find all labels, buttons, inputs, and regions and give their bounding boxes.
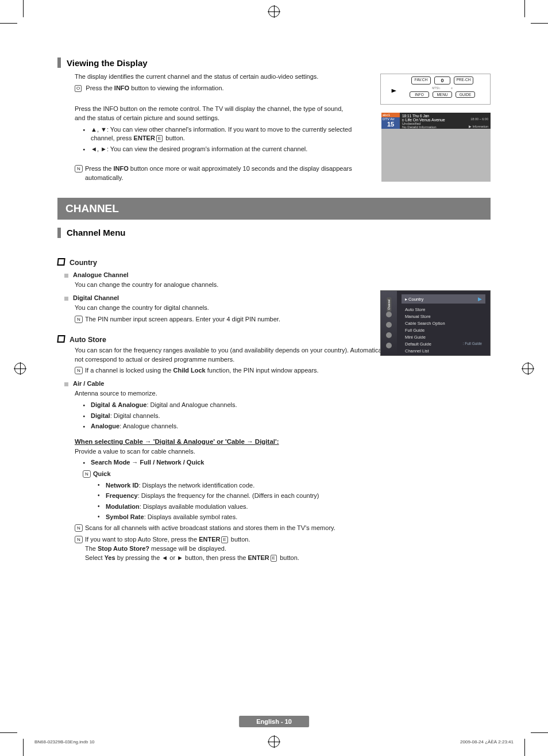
osd-corner-label: ▶ Information [469,125,488,128]
remote-button-icon: O [75,85,82,92]
remote-menu-button: MENU [433,91,452,98]
sub-item-row: Analogue Channel [64,271,491,278]
note-icon: N [75,367,83,374]
footer-timestamp: 2009-08-24 ¿ÀÈÄ 2:23:41 [460,739,514,745]
crop-mark [23,739,24,756]
note-text: Press the INFO button once more or wait … [85,164,362,183]
note-icon: N [75,536,83,543]
registration-mark-icon [522,363,534,374]
chevron-right-icon: ▶ [478,296,482,302]
section-heading: Viewing the Display [67,58,148,68]
note-text: Scans for all channels with active broad… [85,524,491,533]
option-list: Search Mode → Full / Network / Quick [83,458,491,467]
option-item: Analogue: Analogue channels. [83,422,491,431]
enter-icon: E [271,555,277,562]
enter-icon: E [156,135,163,142]
sub-item-label: Digital Channel [73,294,119,301]
osd-menu-item: Cable Search Option [402,320,485,327]
note-icon: N [75,524,83,532]
pointer-arrow-icon [384,88,397,94]
osd-menu-item: Channel List [402,347,485,354]
press-info-text: Press the INFO button to viewing the inf… [86,85,223,91]
footer-filename: BN68-02329B-03Eng.indb 10 [34,739,95,745]
note-text: If you want to stop Auto Store, press th… [85,535,491,563]
heading-bar-icon [57,57,61,68]
crop-mark [524,0,525,17]
osd-menu-item: Full Guide [402,327,485,333]
bullet-list: ▲, ▼: You can view other channel's infor… [83,125,353,153]
osd-side-icon [386,343,392,348]
subsection-heading: Country [57,258,491,267]
osd-menu-item: Manual Store [402,313,485,320]
sub-item-text: Antenna source to memorize. [75,389,491,398]
heading-bar-icon [57,228,61,238]
osd-menu-header-label: Country [408,297,423,302]
note-icon: N [75,165,83,172]
remote-favch-button: FAV.CH [411,76,431,85]
quick-list: Network ID: Displays the network identif… [98,481,491,522]
hollow-square-icon [57,258,65,266]
crop-mark [23,0,24,17]
quick-item: Symbol Rate: Displays available symbol r… [98,513,491,521]
bullet-text: ◄, ►: You can view the desired program's… [91,145,307,152]
osd-side-icon [386,332,392,338]
osd-timespan: 18:00 ~ 6:00 [470,117,488,121]
option-item: Digital: Digital channels. [83,412,491,420]
note-text: If a channel is locked using the Child L… [85,366,491,375]
osd-ch-source: abc1 [381,113,400,117]
subsection-label: Country [70,259,97,267]
bullet-text-tail: button. [164,135,185,141]
osd-menu-header: ▸ Country ▶ [402,294,485,304]
bullet-item: ▲, ▼: You can view other channel's infor… [83,125,353,143]
bullet-item: ◄, ►: You can view the desired program's… [83,145,353,153]
square-bullet-icon [64,274,68,278]
hollow-square-icon [57,335,65,343]
registration-mark-icon [268,6,280,17]
crop-mark [531,23,548,24]
subsection-label: Auto Store [70,336,106,344]
square-bullet-icon [64,382,68,386]
crop-mark [0,23,17,24]
section-heading-row: Viewing the Display [57,57,491,68]
crop-mark [531,732,548,733]
osd-side-icon [386,322,392,328]
bullet-text: ▲, ▼: You can view other channel's infor… [91,126,352,141]
osd-menu-item: Auto Store [402,306,485,313]
cable-heading: When selecting Cable → 'Digital & Analog… [75,438,491,445]
osd-menu-item: Default Guide: Full Guide [402,340,485,347]
note-line: N If you want to stop Auto Store, press … [75,535,491,563]
quick-item: Frequency: Displays the frequency for th… [98,492,491,500]
option-list: Digital & Analogue: Digital and Analogue… [83,401,491,431]
osd-menu-item: Mini Guide [402,333,485,340]
quick-heading: N Quick [83,470,491,479]
remote-zero-button: 0 [434,76,450,85]
osd-ch-number: 15 [381,121,400,129]
section-band: CHANNEL [57,198,491,220]
sub-item-label: Air / Cable [73,380,104,387]
remote-small-label: ⎚ [451,86,453,90]
quick-label: Quick [93,470,111,477]
para2: Press the INFO button on the remote cont… [75,105,345,123]
enter-label: ENTER [134,135,155,141]
press-info-line: O Press the INFO button to viewing the i… [75,84,345,93]
sub-item-text: You can change the country for analogue … [75,281,491,290]
crop-mark [0,732,17,733]
remote-info-button: INFO [410,91,429,98]
remote-small-label: MTS/↕ [432,86,440,90]
osd-channel-menu: Channel ▸ Country ▶ Auto StoreManual Sto… [380,290,491,356]
cable-text: Provide a value to scan for cable channe… [75,447,491,456]
remote-prech-button: PRE-CH [454,76,473,85]
page-number-pill: English - 10 [239,716,309,727]
crop-mark [524,739,525,756]
sub-item-row: Air / Cable [64,380,491,387]
section-heading-row: Channel Menu [57,228,491,238]
osd-side-icon [386,312,392,317]
quick-item: Network ID: Displays the network identif… [98,481,491,490]
enter-icon: E [221,536,227,543]
osd-info-panel: abc1 DTV Air 15 18:11 Thu 6 Jan D Life O… [381,113,491,182]
page: Viewing the Display The display identifi… [0,0,548,756]
note-line: N Scans for all channels with active bro… [75,524,491,533]
square-bullet-icon [64,297,68,301]
osd-side-tab: Channel [387,298,391,312]
intro-text: The display identifies the current chann… [75,72,345,82]
